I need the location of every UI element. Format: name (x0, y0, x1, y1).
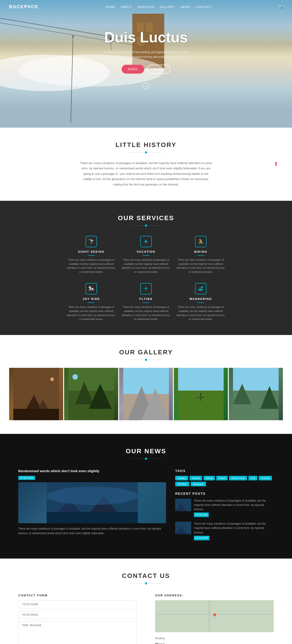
divider-line-left (130, 458, 143, 459)
service-item: 🎠 JOY RIDE There are many variations of … (66, 283, 116, 321)
tag-item[interactable]: Holiday (175, 476, 188, 480)
svg-rect-25 (123, 368, 169, 394)
gallery-item[interactable] (174, 368, 228, 420)
gallery-section: OUR GALLERY (0, 335, 292, 434)
service-item: 🔭 SIGHT SEEING There are many variations… (66, 236, 116, 274)
services-divider (9, 224, 283, 227)
service-icon: 🚴 (195, 236, 206, 247)
service-name: JOY RIDE (66, 297, 116, 300)
nav-links: HOMEABOUTSERVICESGALLERYNEWSCONTACT (105, 5, 211, 9)
tag-item[interactable]: Shore leave (229, 476, 247, 480)
gallery-divider (9, 359, 283, 361)
name-input[interactable] (18, 600, 137, 608)
service-icon: ★ (140, 236, 152, 247)
service-icon: 🏕 (195, 283, 206, 294)
divider-line-right (149, 583, 162, 584)
arrow-circle-icon: ▾ (143, 83, 149, 90)
service-item: ★ VACATION There are many variations of … (121, 236, 171, 274)
nav-link-item[interactable]: CONTACT (196, 5, 211, 9)
recent-post-item: There are many variations of passages of… (175, 522, 274, 540)
nav-link-item[interactable]: SERVICES (138, 5, 154, 9)
svg-point-24 (72, 374, 78, 380)
service-desc: There are many variations of passages of… (121, 305, 171, 321)
gallery-item[interactable] (229, 368, 283, 420)
service-divider (197, 255, 204, 256)
recent-post-thumbnail (175, 522, 191, 534)
address-label: OUR ADDRESS: (155, 594, 274, 597)
hero-content: Duis Luctus is simply dummy text of the … (103, 29, 189, 74)
news-date-badge: 20 feb.2016 (18, 476, 35, 480)
recent-post-thumbnail (175, 498, 191, 511)
history-text: There are many variations of passages of… (80, 160, 212, 187)
recent-posts-list: There are many variations of passages of… (175, 498, 274, 540)
services-grid: 🔭 SIGHT SEEING There are many variations… (66, 236, 226, 321)
service-name: BIKING (176, 250, 226, 254)
message-textarea[interactable] (18, 621, 137, 644)
gallery-image-5 (229, 368, 283, 420)
address-details: Khulna. Phone: E-mail: Our Website: (155, 635, 274, 644)
search-icon[interactable]: 🔍 (278, 4, 283, 9)
gallery-grid (9, 368, 283, 420)
service-divider (143, 302, 149, 303)
nav-logo: BACKPACK (9, 4, 39, 9)
tag-item[interactable]: Trip (248, 476, 257, 480)
tag-item[interactable]: Analogue (191, 482, 206, 486)
tag-item[interactable]: Vacation (175, 482, 189, 486)
gallery-item[interactable] (9, 368, 63, 420)
nav-link-item[interactable]: ABOUT (121, 5, 132, 9)
svg-rect-49 (208, 600, 210, 632)
divider-line-right (149, 458, 162, 459)
service-item: 🏕 WANDERING There are many variations of… (176, 283, 226, 321)
gallery-item[interactable] (119, 368, 173, 420)
recent-post-date: 20 feb.2016 (194, 512, 209, 517)
svg-rect-41 (47, 512, 138, 523)
gallery-item[interactable] (64, 368, 118, 420)
nav-link-item[interactable]: GALLERY (160, 5, 175, 9)
email-field[interactable] (18, 611, 137, 619)
svg-rect-18 (13, 409, 59, 420)
service-divider (88, 255, 95, 256)
divider-line-left (130, 583, 143, 584)
recent-post-item: There are many variations of passages of… (175, 498, 274, 517)
service-item: ✈ FLYING There are many variations of pa… (121, 283, 171, 321)
divider-line-left (130, 152, 143, 153)
services-section: OUR SERVICES 🔭 SIGHT SEEING There are ma… (0, 201, 292, 335)
tag-item[interactable]: Joomla (190, 476, 202, 480)
contact-form: CONTACT FORM SEND MESSAGE (18, 594, 137, 644)
tag-item[interactable]: Skiing (203, 476, 215, 480)
service-desc: There are many variations of passages of… (121, 258, 171, 274)
recent-post-text: There are many variations of passages of… (194, 498, 274, 517)
news-main-image (18, 482, 166, 523)
svg-rect-34 (233, 368, 279, 390)
history-section: LITTLE HISTORY There are many variations… (0, 128, 292, 201)
phone-label: Phone: (155, 642, 165, 644)
tag-item[interactable]: Travel (216, 476, 228, 480)
nav-link-item[interactable]: NEWS (180, 5, 190, 9)
svg-point-42 (47, 487, 138, 505)
hero-scroll-arrow[interactable]: ▾ (143, 83, 149, 90)
service-name: WANDERING (176, 297, 226, 300)
nav-link-item[interactable]: HOME (105, 5, 115, 9)
city-name: Khulna. (155, 636, 165, 640)
service-desc: There are many variations of passages of… (66, 305, 116, 321)
more-button[interactable]: MORE (122, 65, 144, 74)
click-button[interactable]: CLICK (147, 65, 170, 74)
services-title: OUR SERVICES (9, 214, 283, 222)
service-divider (143, 255, 149, 256)
address-map: 📍 (155, 600, 274, 632)
service-item: 🚴 BIKING There are many variations of pa… (176, 236, 226, 274)
gallery-image-1 (9, 368, 63, 420)
scroll-up-icon[interactable]: ⬆ (274, 161, 278, 167)
divider-line-right (149, 360, 162, 360)
service-desc: There are many variations of passages of… (66, 258, 116, 274)
tags-title: TAGS (175, 469, 274, 473)
recent-post-date: 22 mar.2016 (194, 536, 209, 540)
tag-item[interactable]: Tourism (259, 476, 272, 480)
news-inner: Randomised words which don't look even s… (18, 469, 274, 545)
news-main-desc: There are many variations of passages of… (18, 526, 166, 536)
news-headline: Randomised words which don't look even s… (18, 469, 166, 473)
gallery-image-3 (119, 368, 173, 420)
contact-address: OUR ADDRESS: 📍 Khulna. Phone: E-mail: Ou… (155, 594, 274, 644)
history-divider (9, 151, 283, 154)
svg-point-19 (50, 378, 54, 381)
